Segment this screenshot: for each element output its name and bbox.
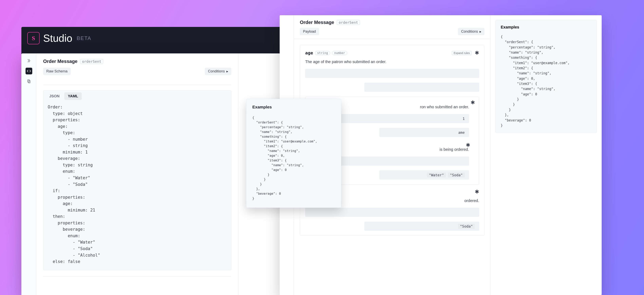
tab-json[interactable]: JSON — [46, 92, 63, 100]
constraint-row — [305, 208, 479, 217]
code-view-icon[interactable] — [26, 68, 32, 74]
raw-schema-button[interactable]: Raw Schema — [43, 68, 71, 75]
studio-logo-icon: S — [27, 32, 40, 44]
examples-title: Examples — [252, 105, 335, 110]
enum-values-row: "Soda" — [364, 222, 479, 231]
enum-soda: "Soda" — [448, 172, 465, 178]
min-value: 1 — [462, 116, 465, 121]
studio-title: Studio — [43, 32, 72, 44]
type-number-pill: number — [332, 51, 347, 55]
constraint-row — [364, 83, 479, 92]
conditions-button[interactable]: Conditions ▶ — [205, 68, 231, 75]
message-tag: orderSent — [80, 59, 103, 64]
divider — [43, 276, 231, 276]
schema-tail: ame — [458, 130, 465, 134]
expand-sidebar-icon[interactable] — [26, 58, 32, 64]
divider — [294, 39, 490, 39]
docs-examples-panel: Examples { "orderSent": { "percentage": … — [490, 15, 602, 295]
required-icon: ✱ — [475, 189, 479, 195]
examples-code[interactable]: { "orderSent": { "percentage": "string",… — [252, 115, 335, 201]
beverage-desc: is being ordered. — [333, 147, 469, 152]
enum-soda: "Soda" — [458, 224, 475, 229]
message-title: Order Message — [43, 58, 78, 64]
field-age-desc: The age of the patron who submitted an o… — [305, 60, 479, 64]
examples-code[interactable]: { "orderSent": { "percentage": "string",… — [501, 34, 592, 128]
schema-editor-card: JSON YAML Order: type: object properties… — [43, 90, 231, 270]
min-row: 1 — [333, 114, 469, 123]
examples-card-middle: Examples { "orderSent": { "percentage": … — [246, 99, 341, 208]
required-icon: ✱ — [466, 142, 470, 148]
payload-button[interactable]: Payload — [300, 28, 319, 35]
tab-yaml[interactable]: YAML — [64, 92, 82, 100]
docs-conditions-button[interactable]: Conditions ▶ — [458, 28, 484, 35]
play-icon: ▶ — [226, 70, 228, 73]
enum-row — [333, 156, 469, 166]
conditions-label: Conditions — [208, 69, 225, 74]
field-age-name: age — [305, 50, 313, 56]
type-string-pill: string — [315, 51, 330, 55]
editor-sidebar — [21, 54, 36, 295]
docs-tag: orderSent — [337, 20, 360, 25]
schema-code[interactable]: Order: type: object properties: age: typ… — [43, 100, 231, 270]
studio-beta-badge: BETA — [76, 35, 91, 41]
schema-row: ame — [380, 128, 469, 137]
required-icon: ✱ — [475, 50, 479, 56]
examples-title: Examples — [501, 25, 592, 30]
examples-card-right: Examples { "orderSent": { "percentage": … — [495, 20, 597, 133]
copy-icon[interactable] — [26, 78, 32, 85]
enum-values-row: "Water" "Soda" — [380, 170, 469, 180]
expand-rules-button[interactable]: Expand rules — [452, 51, 472, 55]
enum-water: "Water" — [427, 172, 446, 178]
nested-desc: ron who submitted an order. — [333, 105, 469, 109]
play-icon: ▶ — [480, 30, 481, 33]
docs-title: Order Message — [300, 20, 334, 25]
docs-conditions-label: Conditions — [461, 30, 478, 34]
constraint-row — [305, 69, 479, 78]
editor-main: Order Message orderSent Raw Schema Condi… — [36, 54, 238, 295]
required-icon: ✱ — [471, 100, 475, 106]
